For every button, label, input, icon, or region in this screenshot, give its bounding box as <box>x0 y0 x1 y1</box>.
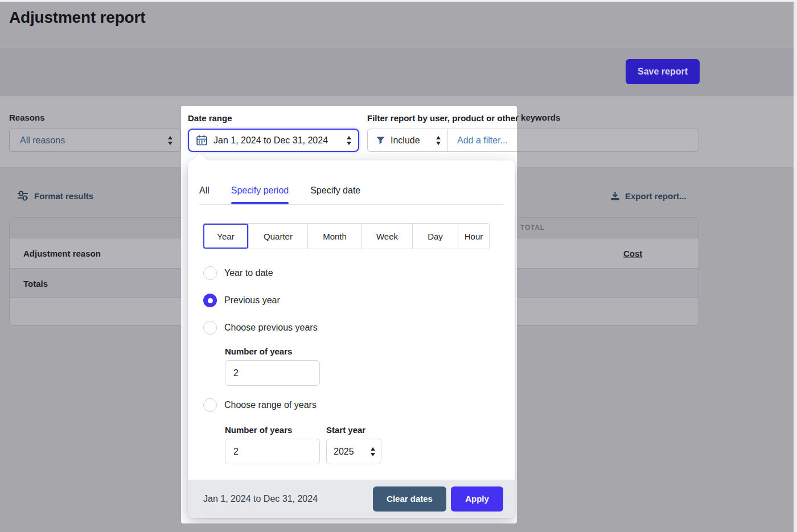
period-hour[interactable]: Hour <box>458 224 489 249</box>
start-year-value[interactable] <box>334 447 363 457</box>
format-results-button[interactable]: Format results <box>17 191 93 201</box>
number-of-years-label: Number of years <box>225 347 292 356</box>
format-results-label: Format results <box>34 191 93 201</box>
apply-button[interactable]: Apply <box>451 486 503 512</box>
radio-label: Year to date <box>224 268 273 278</box>
date-picker-popup: All Specify period Specify date Year Qua… <box>188 160 515 518</box>
radio-circle-icon <box>203 321 217 335</box>
number-of-years-input[interactable] <box>225 360 320 386</box>
scrollbar-track[interactable] <box>794 0 797 532</box>
reasons-select[interactable]: All reasons <box>9 129 181 152</box>
total-column-header: TOTAL <box>520 224 545 232</box>
reasons-value: All reasons <box>20 135 65 146</box>
popup-caret <box>191 154 208 161</box>
spotlight-overlay: Date range Jan 1, 2024 to Dec 31, 2024 F… <box>181 106 517 523</box>
save-report-button[interactable]: Save report <box>626 59 700 84</box>
cost-link[interactable]: Cost <box>623 249 642 258</box>
selected-range-summary: Jan 1, 2024 to Dec 31, 2024 <box>203 494 318 504</box>
period-day[interactable]: Day <box>413 224 458 249</box>
calendar-icon <box>196 135 207 146</box>
date-range-input[interactable]: Jan 1, 2024 to Dec 31, 2024 <box>188 129 359 152</box>
tab-specify-date[interactable]: Specify date <box>310 176 360 204</box>
period-quarter[interactable]: Quarter <box>249 224 308 249</box>
period-month[interactable]: Month <box>308 224 362 249</box>
top-edge-strip <box>0 0 797 2</box>
stepper-icon <box>347 136 351 145</box>
export-report-label: Export report... <box>625 191 687 201</box>
include-value: Include <box>391 135 420 146</box>
radio-label: Previous year <box>224 295 280 306</box>
start-year-label: Start year <box>326 425 365 435</box>
date-range-value: Jan 1, 2024 to Dec 31, 2024 <box>213 135 328 146</box>
radio-year-to-date[interactable]: Year to date <box>203 266 273 280</box>
popup-footer: Jan 1, 2024 to Dec 31, 2024 Clear dates … <box>188 480 515 518</box>
keyword-filter-label: Filter report by user, product or other … <box>367 113 517 123</box>
row-label: Adjustment reason <box>23 249 101 258</box>
stepper-icon[interactable] <box>371 447 375 456</box>
period-year[interactable]: Year <box>203 224 249 249</box>
radio-choose-range-of-years[interactable]: Choose range of years <box>203 398 317 412</box>
start-year-input[interactable] <box>326 439 381 464</box>
add-filter-field[interactable]: Add a filter... <box>448 129 508 151</box>
funnel-icon <box>376 137 385 145</box>
radio-label: Choose range of years <box>224 400 317 410</box>
row-label: Totals <box>23 278 48 288</box>
period-segmented-control: Year Quarter Month Week Day Hour <box>203 223 490 249</box>
radio-choose-previous-years[interactable]: Choose previous years <box>203 321 318 335</box>
range-number-of-years-label: Number of years <box>225 425 292 435</box>
reasons-label: Reasons <box>9 113 45 122</box>
range-number-of-years-input[interactable] <box>225 439 320 464</box>
adjustment-report-screen: Adjustment report Get an overview and an… <box>0 0 797 532</box>
date-picker-tabs: All Specify period Specify date <box>199 176 503 205</box>
clear-dates-button[interactable]: Clear dates <box>373 486 446 512</box>
tab-all[interactable]: All <box>199 176 209 204</box>
date-range-label: Date range <box>188 113 232 123</box>
radio-label: Choose previous years <box>224 323 318 333</box>
stepper-icon <box>436 136 441 145</box>
stepper-icon <box>168 136 172 145</box>
download-icon <box>610 191 620 201</box>
radio-selected-icon <box>203 294 217 307</box>
tab-specify-period[interactable]: Specify period <box>231 176 289 204</box>
radio-previous-year[interactable]: Previous year <box>203 294 280 307</box>
sliders-icon <box>17 191 28 201</box>
radio-circle-icon <box>203 398 217 412</box>
include-mode-select[interactable]: Include <box>368 129 447 151</box>
keyword-filter-input: Include Add a filter... <box>367 129 517 152</box>
page-title: Adjustment report <box>9 9 145 27</box>
export-report-button[interactable]: Export report... <box>610 191 687 201</box>
period-week[interactable]: Week <box>362 224 413 249</box>
title-band: Adjustment report <box>0 0 797 48</box>
radio-circle-icon <box>203 266 217 280</box>
